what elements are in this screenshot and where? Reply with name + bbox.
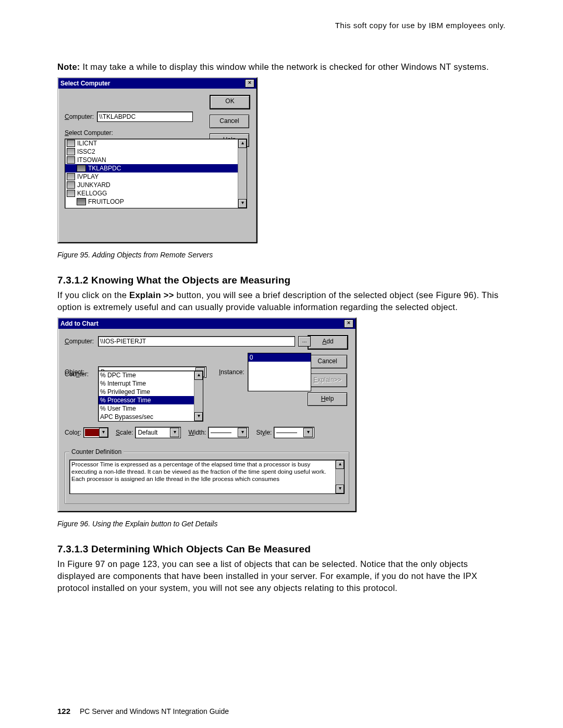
line-sample <box>211 433 231 433</box>
scale-value: Default <box>138 429 157 436</box>
computer-input[interactable]: \\IOS-PIETERJT <box>98 336 295 347</box>
counter-definition-text: Processor Time is expressed as a percent… <box>69 460 345 494</box>
help-button[interactable]: Help <box>308 392 347 406</box>
explain-button[interactable]: Explain>> <box>308 374 347 387</box>
list-item-label: IVPLAY <box>77 173 99 180</box>
computer-icon <box>67 181 75 189</box>
computer-label: Computer: <box>65 113 94 120</box>
list-item[interactable]: KELLOGG <box>65 189 247 198</box>
list-item[interactable]: ISSC2 <box>65 147 247 156</box>
section-7312-body: If you click on the Explain >> button, y… <box>57 289 506 313</box>
color-dropdown[interactable]: ▾ <box>83 427 108 438</box>
note-paragraph: Note: It may take a while to display thi… <box>57 61 506 73</box>
instance-item[interactable]: 0 <box>248 353 311 362</box>
list-item[interactable]: % Interrupt Time <box>99 379 203 388</box>
computer-icon <box>67 190 75 197</box>
chevron-down-icon[interactable]: ▾ <box>303 428 313 437</box>
scroll-up-icon[interactable]: ▴ <box>238 139 247 148</box>
scroll-up-icon[interactable]: ▴ <box>194 371 203 380</box>
server-icon <box>77 198 86 205</box>
list-item[interactable]: APC Bypasses/sec <box>99 413 203 421</box>
color-label: Color: <box>65 429 81 436</box>
scale-dropdown[interactable]: Default ▾ <box>135 427 181 438</box>
header-note: This soft copy for use by IBM employees … <box>57 21 506 30</box>
scroll-down-icon[interactable]: ▾ <box>238 199 247 208</box>
list-item-label: FRUITLOOP <box>88 198 124 205</box>
note-text: It may take a while to display this wind… <box>83 62 489 71</box>
scale-label: Scale: <box>116 429 133 436</box>
list-item-label: KELLOGG <box>77 190 107 197</box>
definition-content: Processor Time is expressed as a percent… <box>71 461 326 482</box>
dialog-titlebar: Add to Chart × <box>58 318 356 329</box>
list-item[interactable]: % DPC Time <box>99 371 203 379</box>
close-icon[interactable]: × <box>245 79 254 88</box>
select-computer-dialog: Select Computer × OK Cancel Help Compute… <box>57 77 258 243</box>
list-item-label: TKLABPDC <box>88 165 121 172</box>
instance-listbox[interactable]: 0 <box>248 353 311 391</box>
list-item[interactable]: FRUITLOOP <box>65 198 247 206</box>
section-7313-body: In Figure 97 on page 123, you can see a … <box>57 558 506 594</box>
instance-label: Instance: <box>219 368 244 376</box>
list-item-label: ISSC2 <box>77 148 95 155</box>
page-number: 122 <box>57 707 70 715</box>
footer-title: PC Server and Windows NT Integration Gui… <box>80 707 229 715</box>
note-label: Note: <box>57 62 80 71</box>
scroll-down-icon[interactable]: ▾ <box>194 412 203 421</box>
counter-label: Counter: <box>65 371 95 378</box>
computer-icon <box>67 173 75 180</box>
server-icon <box>77 165 86 172</box>
section-7312-heading: 7.3.1.2 Knowing What the Objects are Mea… <box>57 275 506 286</box>
dialog-title: Add to Chart <box>60 318 99 329</box>
list-item[interactable]: % Processor Time <box>99 396 203 404</box>
add-to-chart-dialog: Add to Chart × Add Cancel Explain>> Help… <box>57 317 357 512</box>
close-icon[interactable]: × <box>344 319 353 328</box>
group-legend: Counter Definition <box>69 448 124 455</box>
computer-listbox[interactable]: ILICNTISSC2ITSOWANTKLABPDCIVPLAYJUNKYARD… <box>65 139 247 208</box>
cancel-button[interactable]: Cancel <box>210 115 249 128</box>
dialog-titlebar: Select Computer × <box>58 78 256 89</box>
figure-95-caption: Figure 95. Adding Objects from Remote Se… <box>57 251 506 259</box>
figure-96-caption: Figure 96. Using the Explain button to G… <box>57 520 506 528</box>
counter-listbox[interactable]: % DPC Time% Interrupt Time% Privileged T… <box>98 371 203 422</box>
page-footer: 122 PC Server and Windows NT Integration… <box>57 707 229 715</box>
list-item-label: JUNKYARD <box>77 181 111 189</box>
list-item[interactable]: % Privileged Time <box>99 388 203 396</box>
list-item[interactable]: % User Time <box>99 404 203 413</box>
scroll-up-icon[interactable]: ▴ <box>336 460 344 469</box>
chevron-down-icon[interactable]: ▾ <box>238 428 247 437</box>
chevron-down-icon[interactable]: ▾ <box>170 428 179 437</box>
width-label: Width: <box>188 429 206 436</box>
computer-icon <box>67 156 75 164</box>
style-label: Style: <box>256 429 272 436</box>
list-item[interactable]: TKLABPDC <box>65 164 247 172</box>
browse-button[interactable]: ... <box>298 336 311 347</box>
computer-label: Computer: <box>65 338 95 345</box>
dialog-title: Select Computer <box>60 78 110 89</box>
list-item[interactable]: IVPLAY <box>65 172 247 181</box>
list-item[interactable]: ITSOWAN <box>65 156 247 164</box>
list-item-label: ILICNT <box>77 140 97 147</box>
style-dropdown[interactable]: ▾ <box>274 427 314 438</box>
ok-button[interactable]: OK <box>210 95 250 109</box>
list-item[interactable]: JUNKYARD <box>65 181 247 189</box>
line-sample <box>276 433 297 433</box>
cancel-button[interactable]: Cancel <box>308 355 347 368</box>
width-dropdown[interactable]: ▾ <box>208 427 249 438</box>
list-item-label: ITSOWAN <box>77 156 106 164</box>
counter-definition-group: Counter Definition Processor Time is exp… <box>65 452 349 504</box>
computer-icon <box>67 148 75 155</box>
list-item[interactable]: ILICNT <box>65 139 247 147</box>
add-button[interactable]: Add <box>308 335 348 350</box>
computer-icon <box>67 140 75 147</box>
color-swatch <box>85 429 99 436</box>
chevron-down-icon[interactable]: ▾ <box>99 428 108 437</box>
scroll-down-icon[interactable]: ▾ <box>336 485 344 493</box>
section-7313-heading: 7.3.1.3 Determining Which Objects Can Be… <box>57 544 506 555</box>
select-computer-label: Select Computer: <box>65 129 113 137</box>
computer-input[interactable]: \\TKLABPDC <box>97 112 193 122</box>
